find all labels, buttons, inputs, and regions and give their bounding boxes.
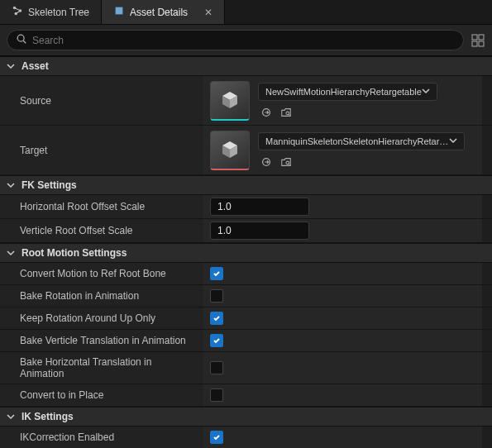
svg-rect-6	[472, 35, 477, 40]
property-label: Convert to in Place	[0, 384, 203, 406]
row-ikcorr: IKCorrection Enalbed	[0, 427, 492, 448]
row-vroot: Verticle Root Offset Scale	[0, 219, 492, 243]
property-label: Source	[0, 76, 203, 125]
close-icon[interactable]: ✕	[204, 7, 213, 18]
property-label: IKCorrection Enalbed	[0, 427, 203, 448]
chevron-down-icon	[7, 180, 17, 190]
target-asset-dropdown[interactable]: ManniquinSkeletonSkeletonHierarchyRetarg…	[258, 132, 465, 150]
asset-icon	[113, 5, 125, 19]
svg-rect-3	[116, 7, 123, 15]
property-label: Convert Motion to Ref Root Bone	[0, 263, 203, 284]
bakevert-checkbox[interactable]	[210, 334, 223, 347]
row-convref: Convert Motion to Ref Root Bone	[0, 263, 492, 285]
row-source: Source NewSwiftMotionHierarchyRetargetab…	[0, 76, 492, 126]
keeprot-checkbox[interactable]	[210, 312, 223, 325]
skeleton-icon	[12, 5, 23, 19]
chevron-down-icon	[7, 412, 17, 422]
asset-thumbnail[interactable]	[210, 81, 250, 121]
tab-label: Asset Details	[130, 7, 188, 18]
dropdown-value: ManniquinSkeletonSkeletonHierarchyRetarg…	[265, 136, 449, 146]
section-title: Root Motion Settingss	[21, 247, 127, 259]
section-title: Asset	[21, 60, 49, 72]
asset-thumbnail[interactable]	[210, 131, 250, 170]
inplace-checkbox[interactable]	[210, 388, 223, 402]
bakehorz-checkbox[interactable]	[210, 361, 223, 374]
search-box[interactable]	[7, 30, 464, 50]
property-label: Bake Horizontal Translation in Animation	[0, 352, 203, 384]
section-title: FK Settings	[21, 179, 77, 191]
svg-point-4	[17, 35, 24, 41]
browse-icon[interactable]	[279, 155, 293, 169]
tab-bar: Skeleton Tree Asset Details ✕	[0, 0, 492, 25]
tab-skeleton-tree[interactable]: Skeleton Tree	[0, 0, 102, 24]
row-keeprot: Keep Rotation Around Up Only	[0, 307, 492, 330]
browse-icon[interactable]	[279, 106, 293, 119]
property-label: Verticle Root Offset Scale	[0, 219, 203, 242]
svg-point-11	[286, 112, 289, 115]
property-label: Bake Rotation in Animation	[0, 285, 203, 307]
search-row	[0, 25, 492, 56]
chevron-down-icon	[449, 136, 457, 146]
svg-rect-7	[479, 35, 484, 40]
source-asset-dropdown[interactable]: NewSwiftMotionHierarchyRetargetable	[258, 83, 437, 101]
section-ik[interactable]: IK Settings	[0, 407, 492, 427]
property-label: Bake Verticle Translation in Animation	[0, 330, 203, 351]
tab-asset-details[interactable]: Asset Details ✕	[102, 0, 225, 24]
property-label: Target	[0, 126, 203, 174]
search-icon	[16, 33, 27, 47]
chevron-down-icon	[422, 87, 430, 97]
ikcorr-checkbox[interactable]	[210, 431, 223, 444]
svg-rect-8	[472, 41, 477, 46]
svg-point-14	[286, 161, 289, 164]
vroot-input[interactable]	[210, 222, 309, 240]
row-bakerot: Bake Rotation in Animation	[0, 285, 492, 307]
convref-checkbox[interactable]	[210, 267, 223, 280]
layout-grid-icon[interactable]	[471, 33, 485, 48]
use-selected-icon[interactable]	[260, 106, 273, 119]
section-root-motion[interactable]: Root Motion Settingss	[0, 243, 492, 263]
chevron-down-icon	[7, 61, 17, 71]
row-bakevert: Bake Verticle Translation in Animation	[0, 330, 492, 352]
row-hroot: Horizontal Root Offset Scale	[0, 195, 492, 219]
svg-line-15	[289, 164, 289, 164]
section-asset[interactable]: Asset	[0, 56, 492, 76]
property-label: Horizontal Root Offset Scale	[0, 195, 203, 218]
dropdown-value: NewSwiftMotionHierarchyRetargetable	[265, 87, 422, 97]
use-selected-icon[interactable]	[260, 155, 273, 169]
hroot-input[interactable]	[210, 198, 309, 216]
tab-label: Skeleton Tree	[28, 7, 89, 18]
section-fk[interactable]: FK Settings	[0, 175, 492, 195]
section-title: IK Settings	[21, 411, 74, 422]
property-label: Keep Rotation Around Up Only	[0, 307, 203, 329]
chevron-down-icon	[7, 248, 17, 258]
svg-rect-9	[479, 41, 484, 46]
search-input[interactable]	[32, 35, 455, 46]
row-bakehorz: Bake Horizontal Translation in Animation	[0, 352, 492, 384]
svg-line-12	[289, 114, 289, 115]
svg-line-5	[23, 41, 26, 43]
bakerot-checkbox[interactable]	[210, 289, 223, 303]
row-inplace: Convert to in Place	[0, 384, 492, 407]
row-target: Target ManniquinSkeletonSkeletonHierarch…	[0, 126, 492, 175]
